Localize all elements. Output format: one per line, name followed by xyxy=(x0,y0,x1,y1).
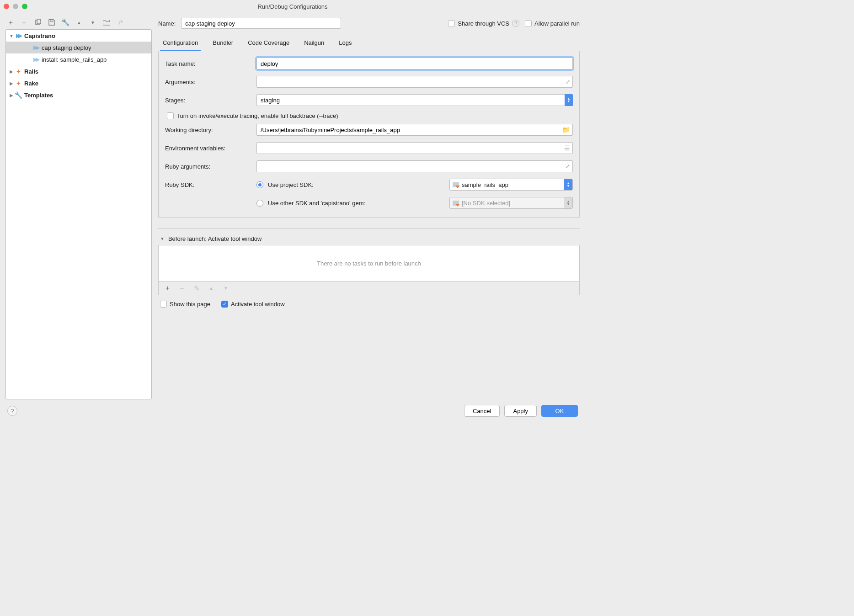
tree-node-cap-staging-deploy[interactable]: ▶▶ cap staging deploy xyxy=(6,42,151,53)
tabs: Configuration Bundler Code Coverage Nail… xyxy=(158,36,580,51)
show-this-page-label: Show this page xyxy=(170,301,210,308)
move-down-icon[interactable]: ▼ xyxy=(89,18,97,27)
move-down-icon: ▼ xyxy=(222,284,230,292)
edit-icon: ✎ xyxy=(192,284,201,292)
tree-label: Templates xyxy=(24,92,53,99)
share-vcs-checkbox[interactable]: Share through VCS ? xyxy=(448,20,519,27)
sdk-project-label: Use project SDK: xyxy=(268,181,314,188)
tab-nailgun[interactable]: Nailgun xyxy=(304,36,324,51)
before-launch-title: Before launch: Activate tool window xyxy=(168,235,262,242)
env-vars-label: Environment variables: xyxy=(165,145,256,152)
dropdown-icon[interactable]: ▲▼ xyxy=(565,94,573,106)
disclosure-closed-icon[interactable]: ▶ xyxy=(9,81,14,86)
rails-icon: ✦ xyxy=(14,68,22,75)
tree-node-templates[interactable]: ▶ 🔧 Templates xyxy=(6,89,151,101)
tab-configuration[interactable]: Configuration xyxy=(163,36,198,51)
ruby-sdk-label: Ruby SDK: xyxy=(165,181,256,188)
arguments-label: Arguments: xyxy=(165,79,256,85)
move-up-icon[interactable]: ▲ xyxy=(75,18,83,27)
allow-parallel-checkbox[interactable]: Allow parallel run xyxy=(525,20,580,27)
disclosure-open-icon[interactable]: ▼ xyxy=(9,33,14,38)
ruby-arguments-input[interactable] xyxy=(256,160,573,172)
apply-button[interactable]: Apply xyxy=(504,405,537,417)
cancel-button[interactable]: Cancel xyxy=(464,405,500,417)
rake-icon: ✦ xyxy=(14,80,22,87)
show-this-page-checkbox[interactable]: Show this page xyxy=(160,301,210,308)
env-vars-input[interactable] xyxy=(256,142,573,154)
move-up-icon: ▲ xyxy=(207,284,215,292)
working-directory-input[interactable] xyxy=(256,124,573,136)
help-button[interactable]: ? xyxy=(7,406,17,416)
activate-tool-window-checkbox[interactable]: ✓ Activate tool window xyxy=(221,301,285,308)
stages-select[interactable] xyxy=(256,94,573,106)
sdk-other-radio[interactable] xyxy=(256,200,263,207)
sdk-project-radio[interactable] xyxy=(256,181,263,188)
tree-label: Rake xyxy=(24,80,38,87)
remove-icon[interactable]: − xyxy=(20,18,28,27)
dropdown-icon: ▲▼ xyxy=(564,197,572,208)
wrench-icon[interactable]: 🔧 xyxy=(61,18,69,27)
tree-label: install: sample_rails_app xyxy=(42,56,107,63)
svg-text:+: + xyxy=(108,19,110,23)
checkbox-icon xyxy=(167,112,174,119)
remove-icon: − xyxy=(178,284,186,292)
configuration-form: Task name: Arguments: ⤢ Stages: xyxy=(158,51,580,218)
config-tree[interactable]: ▼ ▶▶ Capistrano ▶▶ cap staging deploy ▶▶… xyxy=(5,29,152,399)
copy-icon[interactable] xyxy=(34,18,42,27)
capistrano-icon: ▶▶ xyxy=(14,32,22,39)
disclosure-closed-icon[interactable]: ▶ xyxy=(9,69,14,74)
help-icon[interactable]: ? xyxy=(512,20,519,27)
name-label: Name: xyxy=(158,20,176,27)
list-icon[interactable]: ☰ xyxy=(564,144,570,152)
other-sdk-value: [No SDK selected] xyxy=(462,200,510,207)
before-launch-list[interactable]: There are no tasks to run before launch xyxy=(158,245,580,281)
project-sdk-select[interactable]: sample_rails_app ▲▼ xyxy=(449,179,573,191)
tab-bundler[interactable]: Bundler xyxy=(213,36,233,51)
task-name-input[interactable] xyxy=(256,58,573,69)
tree-label: Capistrano xyxy=(24,32,55,39)
tree-node-rails[interactable]: ▶ ✦ Rails xyxy=(6,65,151,77)
dialog-footer: ? Cancel Apply OK xyxy=(5,399,580,417)
stages-label: Stages: xyxy=(165,97,256,104)
disclosure-open-icon[interactable]: ▼ xyxy=(160,236,165,241)
project-sdk-value: sample_rails_app xyxy=(462,181,508,188)
trace-checkbox[interactable]: Turn on invoke/execute tracing, enable f… xyxy=(167,112,338,119)
checkbox-icon xyxy=(448,20,455,27)
browse-folder-icon[interactable]: 📁 xyxy=(562,126,570,133)
disclosure-closed-icon[interactable]: ▶ xyxy=(9,93,14,98)
checkbox-icon xyxy=(525,20,532,27)
tree-node-capistrano[interactable]: ▼ ▶▶ Capistrano xyxy=(6,30,151,42)
add-icon[interactable]: ＋ xyxy=(163,284,171,292)
trace-label: Turn on invoke/execute tracing, enable f… xyxy=(176,112,338,119)
checkbox-checked-icon: ✓ xyxy=(221,301,228,308)
save-icon[interactable] xyxy=(48,18,56,27)
other-sdk-select: [No SDK selected] ▲▼ xyxy=(449,197,573,209)
sdk-other-label: Use other SDK and 'capistrano' gem: xyxy=(268,200,365,207)
templates-icon: 🔧 xyxy=(14,91,22,99)
before-launch-empty: There are no tasks to run before launch xyxy=(317,260,421,267)
ok-button[interactable]: OK xyxy=(541,405,578,417)
sort-icon[interactable]: ↓ª xyxy=(116,18,124,27)
svg-rect-1 xyxy=(37,19,41,24)
window-title: Run/Debug Configurations xyxy=(0,3,585,10)
allow-parallel-label: Allow parallel run xyxy=(534,20,580,27)
tree-node-install[interactable]: ▶▶ install: sample_rails_app xyxy=(6,53,151,65)
share-vcs-label: Share through VCS xyxy=(458,20,509,27)
arguments-input[interactable] xyxy=(256,76,573,88)
ruby-arguments-label: Ruby arguments: xyxy=(165,163,256,170)
tab-logs[interactable]: Logs xyxy=(339,36,352,51)
tab-code-coverage[interactable]: Code Coverage xyxy=(248,36,289,51)
capistrano-icon: ▶▶ xyxy=(32,56,40,63)
folder-plus-icon[interactable]: + xyxy=(102,18,111,27)
expand-icon[interactable]: ⤢ xyxy=(566,163,570,170)
tree-node-rake[interactable]: ▶ ✦ Rake xyxy=(6,77,151,89)
checkbox-icon xyxy=(160,301,167,308)
add-icon[interactable]: ＋ xyxy=(6,18,15,27)
name-input[interactable] xyxy=(181,18,341,29)
before-launch-toolbar: ＋ − ✎ ▲ ▼ xyxy=(158,281,580,295)
expand-icon[interactable]: ⤢ xyxy=(566,79,570,85)
before-launch-section: ▼ Before launch: Activate tool window Th… xyxy=(158,228,580,295)
zoom-window-icon[interactable] xyxy=(22,4,27,9)
dropdown-icon[interactable]: ▲▼ xyxy=(564,179,572,190)
close-window-icon[interactable] xyxy=(4,4,9,9)
